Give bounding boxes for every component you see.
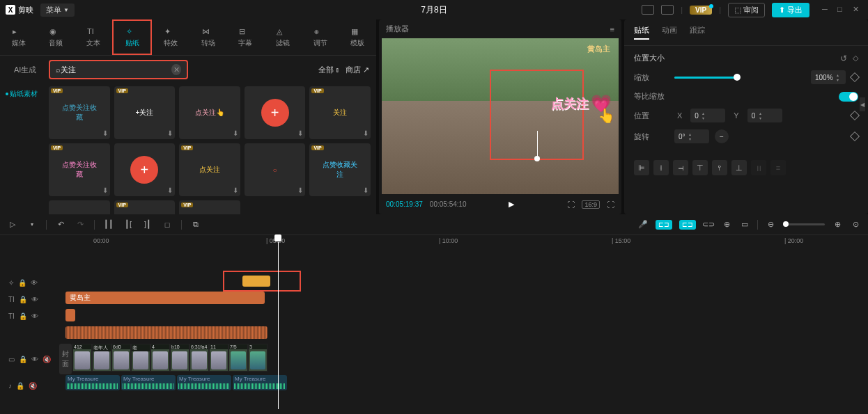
- preview-icon[interactable]: ▭: [739, 219, 750, 230]
- sticker-item[interactable]: VIP点赞关注收藏⬇: [49, 143, 110, 196]
- music-clip[interactable]: My Treasure: [233, 375, 287, 390]
- sticker-overlay[interactable]: 点关注 💗 👆: [551, 94, 612, 113]
- pointer-dropdown[interactable]: ▾: [26, 219, 38, 230]
- cat-transition[interactable]: ⋈转场: [189, 19, 227, 55]
- cat-effect[interactable]: ✦特效: [152, 19, 189, 55]
- shop-button[interactable]: 商店 ↗: [346, 65, 369, 75]
- music-clip[interactable]: My Treasure: [121, 375, 176, 390]
- close-button[interactable]: ✕: [853, 5, 862, 15]
- video-clip[interactable]: 6:31fa4: [189, 344, 209, 372]
- sticker-item[interactable]: ○⬇: [245, 143, 306, 196]
- sticker-item[interactable]: VIP+关注⬇: [114, 86, 176, 139]
- proportional-toggle[interactable]: [839, 92, 858, 102]
- video-clip[interactable]: 老年人: [92, 344, 111, 372]
- track-header-video[interactable]: ▭🔒👁🔇 封面: [0, 341, 63, 377]
- video-clip[interactable]: 11: [209, 344, 228, 372]
- cat-text[interactable]: TI文本: [75, 19, 112, 55]
- play-button[interactable]: ▶: [509, 200, 514, 209]
- review-button[interactable]: ⬚ 审阅: [728, 3, 765, 17]
- pointer-tool[interactable]: ▷: [7, 219, 18, 230]
- cat-template[interactable]: ▦模版: [339, 19, 376, 55]
- zoom-fit[interactable]: ⊙: [850, 219, 861, 230]
- sticker-item[interactable]: VIP点关注⬇: [179, 143, 240, 196]
- sticker-track[interactable]: [63, 274, 868, 291]
- export-button[interactable]: ⬆ 导出: [772, 3, 809, 17]
- sidebar-sticker-material[interactable]: 贴纸素材: [3, 88, 46, 100]
- sticker-item[interactable]: VIP点赞关注收藏⬇: [49, 86, 110, 139]
- clear-search-button[interactable]: ✕: [171, 64, 181, 75]
- sticker-item[interactable]: 点关注👆⬇: [179, 86, 240, 139]
- mirror-tool[interactable]: ⧉: [190, 219, 201, 230]
- scale-value[interactable]: 100% ▴▾: [811, 70, 846, 84]
- track-header-text2[interactable]: TI🔒👁: [0, 308, 63, 324]
- sticker-item[interactable]: ⬇: [49, 200, 110, 214]
- position-x[interactable]: 0 ▴▾: [690, 109, 725, 122]
- layout-icon-1[interactable]: [642, 5, 654, 15]
- track-header-sticker[interactable]: ✧🔒👁: [0, 274, 63, 291]
- music-track[interactable]: My TreasureMy TreasureMy TreasureMy Trea…: [63, 375, 868, 395]
- audio-waveform[interactable]: [65, 326, 268, 339]
- playhead[interactable]: [274, 234, 281, 241]
- sticker-clip[interactable]: [242, 276, 270, 287]
- cat-filter[interactable]: ◬滤镜: [264, 19, 302, 55]
- text-track-1[interactable]: 黄岛主: [63, 292, 868, 308]
- magnet-1[interactable]: ⊏⊐: [656, 220, 672, 230]
- player-menu-icon[interactable]: ≡: [610, 25, 614, 33]
- music-clip[interactable]: My Treasure: [65, 375, 120, 390]
- selection-rect[interactable]: [490, 70, 584, 160]
- cat-sticker[interactable]: ✧贴纸: [112, 19, 153, 55]
- magnet-2[interactable]: ⊏⊐: [679, 220, 696, 230]
- cat-subtitle[interactable]: ⊟字幕: [227, 19, 265, 55]
- crop-icon[interactable]: ⛶: [567, 200, 575, 209]
- ai-generate-button[interactable]: AI生成: [7, 63, 43, 77]
- props-tab-sticker[interactable]: 贴纸: [634, 25, 649, 40]
- zoom-slider[interactable]: [783, 223, 825, 225]
- search-input[interactable]: [61, 65, 171, 74]
- sticker-item[interactable]: VIP关注⬇: [309, 86, 371, 139]
- split-left[interactable]: ┃[: [123, 219, 134, 230]
- video-clip[interactable]: 6d0: [111, 344, 131, 372]
- keyframe-icon[interactable]: ◇: [853, 54, 858, 63]
- props-tab-animation[interactable]: 动画: [662, 25, 677, 40]
- video-clip[interactable]: 3: [248, 344, 268, 372]
- video-track[interactable]: 412老年人6d0老4b106:31fa4117/53: [63, 344, 868, 374]
- snap-icon[interactable]: ⊕: [721, 219, 732, 230]
- sticker-item[interactable]: VIP⬇: [114, 200, 176, 214]
- undo-button[interactable]: ↶: [55, 219, 66, 230]
- search-box[interactable]: ⌕ ✕: [49, 60, 188, 79]
- cat-media[interactable]: ▸媒体: [0, 19, 38, 55]
- split-tool[interactable]: ┃┃: [103, 219, 114, 230]
- align-center-v[interactable]: ⫯: [712, 160, 727, 175]
- minimize-button[interactable]: ─: [822, 5, 832, 15]
- align-right[interactable]: ⫤: [673, 160, 688, 175]
- video-clip[interactable]: 412: [72, 344, 92, 372]
- track-header-audio[interactable]: [0, 324, 63, 341]
- maximize-button[interactable]: □: [837, 5, 847, 15]
- redo-button[interactable]: ↷: [75, 219, 86, 230]
- timeline-ruler[interactable]: 00:00 | 05:00 | 10:00 | 15:00 | 20:00: [91, 235, 868, 246]
- track-header-text1[interactable]: TI🔒👁: [0, 291, 63, 308]
- cat-adjust[interactable]: ⎈调节: [302, 19, 339, 55]
- filter-button[interactable]: 全部 ⫾: [318, 65, 340, 75]
- aspect-ratio[interactable]: 16:9: [582, 200, 600, 209]
- position-y[interactable]: 0 ▴▾: [747, 109, 782, 122]
- expand-panel-button[interactable]: ◀: [860, 97, 865, 111]
- sticker-item[interactable]: VIP点赞收藏关注⬇: [309, 143, 371, 196]
- split-right[interactable]: ]┃: [142, 219, 153, 230]
- text-clip-1[interactable]: 黄岛主: [65, 292, 265, 304]
- menu-button[interactable]: 菜单 ▼: [40, 3, 75, 17]
- video-clip[interactable]: 7/5: [228, 344, 248, 372]
- sticker-item[interactable]: +⬇: [245, 86, 306, 139]
- fullscreen-icon[interactable]: ⛶: [607, 200, 614, 209]
- text-clip-2[interactable]: [65, 309, 75, 321]
- scale-keyframe[interactable]: [850, 72, 860, 82]
- props-tab-tracking[interactable]: 跟踪: [690, 25, 705, 40]
- sticker-item[interactable]: VIP⬇: [179, 200, 240, 214]
- zoom-in[interactable]: ⊕: [832, 219, 843, 230]
- reset-icon[interactable]: ↺: [840, 54, 847, 63]
- video-clip[interactable]: b10: [170, 344, 189, 372]
- cat-audio[interactable]: ◉音频: [38, 19, 75, 55]
- vip-badge[interactable]: VIP: [690, 6, 712, 15]
- video-clip[interactable]: 4: [150, 344, 170, 372]
- waveform-track[interactable]: [63, 326, 868, 343]
